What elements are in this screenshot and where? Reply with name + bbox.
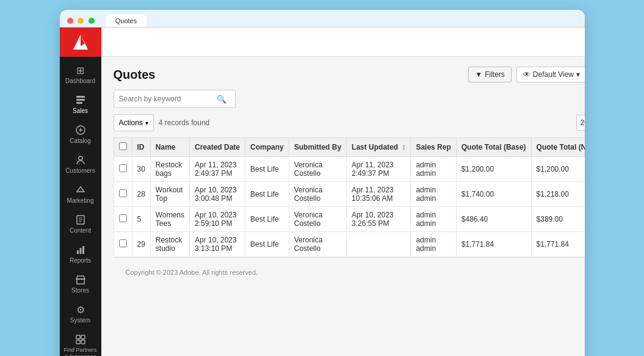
marketing-icon: [74, 184, 87, 196]
row-company: Best Life: [245, 157, 289, 182]
row-sales-rep: admin admin: [411, 182, 456, 207]
actions-dropdown[interactable]: Actions ▾: [114, 114, 154, 131]
row-submitted-by: Veronica Costello: [289, 182, 346, 207]
search-input[interactable]: [119, 95, 217, 103]
svg-rect-11: [77, 279, 84, 284]
page-footer: Copyright © 2023 Adobe. All rights reser…: [114, 257, 585, 287]
row-checkbox-cell: [114, 157, 132, 182]
svg-rect-2: [76, 96, 85, 98]
dot-green: [89, 18, 95, 24]
row-last-updated: Apr 10, 2023 3:26:55 PM: [347, 207, 411, 232]
row-checkbox[interactable]: [119, 189, 127, 197]
row-created-date: Apr 10, 2023 3:13:10 PM: [190, 232, 245, 257]
sidebar: ⊞ Dashboard Sales Catalog Customers: [60, 27, 101, 356]
sidebar-item-label: Marketing: [67, 197, 94, 204]
dot-yellow: [78, 18, 84, 24]
row-id: 5: [132, 207, 150, 232]
filters-button[interactable]: ▼ Filters: [468, 67, 512, 82]
sidebar-item-label: Stores: [71, 287, 89, 294]
catalog-icon: [74, 124, 87, 136]
eye-icon: 👁: [523, 70, 530, 79]
sidebar-item-reports[interactable]: Reports: [60, 239, 101, 269]
row-checkbox[interactable]: [119, 239, 127, 247]
sidebar-item-label: Sales: [73, 107, 88, 114]
sidebar-item-marketing[interactable]: Marketing: [60, 179, 101, 209]
sidebar-item-customers[interactable]: Customers: [60, 149, 101, 179]
table-row: 29 Restock studio Apr 10, 2023 3:13:10 P…: [114, 232, 585, 257]
row-checkbox[interactable]: [119, 214, 127, 222]
per-page-select[interactable]: 20 ▾: [576, 115, 585, 131]
row-checkbox-cell: [114, 182, 132, 207]
search-toolbar: 🔍: [114, 90, 585, 108]
select-all-checkbox[interactable]: [119, 142, 127, 150]
sidebar-item-system[interactable]: ⚙ System: [60, 299, 101, 329]
default-view-button[interactable]: 👁 Default View ▾: [516, 67, 585, 82]
sidebar-item-extensions[interactable]: Find Partners & Extensions: [60, 329, 101, 356]
records-found: 4 records found: [159, 118, 209, 127]
row-name: Workout Top: [150, 182, 189, 207]
search-box: 🔍: [114, 90, 236, 108]
dashboard-icon: ⊞: [74, 64, 87, 76]
col-submitted-by: Submitted By: [289, 138, 346, 157]
sidebar-item-label: Content: [70, 227, 91, 234]
filter-icon: ▼: [475, 70, 482, 79]
sidebar-item-label: Catalog: [70, 137, 90, 144]
row-sales-rep: admin admin: [411, 232, 456, 257]
col-sales-rep: Sales Rep: [411, 138, 456, 157]
sidebar-item-dashboard[interactable]: ⊞ Dashboard: [60, 59, 101, 89]
sidebar-item-catalog[interactable]: Catalog: [60, 119, 101, 149]
svg-rect-15: [81, 340, 85, 344]
col-company: Company: [245, 138, 289, 157]
browser-chrome: Quotes: [60, 10, 585, 27]
actions-toolbar: Actions ▾ 4 records found 20 ▾ per page …: [114, 114, 585, 131]
row-quote-neg: $1,200.00: [531, 157, 584, 182]
copyright: Copyright © 2023 Adobe. All rights reser…: [126, 269, 258, 276]
row-name: Restock bags: [150, 157, 189, 182]
row-quote-neg: $389.00: [531, 207, 584, 232]
extensions-icon: [74, 333, 87, 346]
sales-icon: [74, 94, 87, 106]
row-checkbox-cell: [114, 232, 132, 257]
row-quote-base: $1,200.00: [456, 157, 531, 182]
row-submitted-by: Veronica Costello: [289, 157, 346, 182]
col-last-updated[interactable]: Last Updated ↕: [347, 138, 411, 157]
row-submitted-by: Veronica Costello: [289, 207, 346, 232]
svg-rect-3: [76, 99, 85, 101]
row-sales-rep: admin admin: [411, 157, 456, 182]
main-content: 3 admin ▾ Quotes ▼ Fil: [101, 27, 585, 356]
row-quote-neg: $1,218.00: [531, 182, 584, 207]
sidebar-item-content[interactable]: Content: [60, 209, 101, 239]
admin-container: ⊞ Dashboard Sales Catalog Customers: [60, 27, 585, 356]
row-quote-base: $1,771.84: [456, 232, 531, 257]
row-quote-base: $1,740.00: [456, 182, 531, 207]
row-last-updated: [347, 232, 411, 257]
browser-dots: [67, 16, 97, 26]
sidebar-logo: [60, 27, 101, 57]
col-created-date: Created Date: [190, 138, 245, 157]
sidebar-item-stores[interactable]: Stores: [60, 269, 101, 299]
row-checkbox[interactable]: [119, 164, 127, 172]
row-last-updated: Apr 11, 2023 10:35:06 AM: [347, 182, 411, 207]
content-icon: [74, 214, 87, 226]
row-company: Best Life: [245, 207, 289, 232]
row-name: Womens Tees: [150, 207, 189, 232]
header-actions: ▼ Filters 👁 Default View ▾ ⚙ Columns ▾: [468, 67, 584, 82]
svg-rect-8: [77, 250, 79, 254]
table-row: 30 Restock bags Apr 11, 2023 2:49:37 PM …: [114, 157, 585, 182]
svg-point-6: [79, 156, 82, 160]
table-body: 30 Restock bags Apr 11, 2023 2:49:37 PM …: [114, 157, 585, 257]
row-id: 28: [132, 182, 150, 207]
pagination: 20 ▾ per page ‹ of 1 ›: [576, 115, 585, 131]
reports-icon: [74, 244, 87, 256]
page-header: Quotes ▼ Filters 👁 Default View ▾ ⚙: [114, 67, 585, 82]
row-created-date: Apr 11, 2023 2:49:37 PM: [190, 157, 245, 182]
svg-rect-9: [79, 248, 81, 254]
row-id: 30: [132, 157, 150, 182]
sidebar-item-label: Customers: [65, 167, 95, 174]
sidebar-item-sales[interactable]: Sales: [60, 89, 101, 119]
row-name: Restock studio: [150, 232, 189, 257]
row-company: Best Life: [245, 182, 289, 207]
row-id: 29: [132, 232, 150, 257]
row-quote-base: $486.40: [456, 207, 531, 232]
col-quote-base: Quote Total (Base): [456, 138, 531, 157]
